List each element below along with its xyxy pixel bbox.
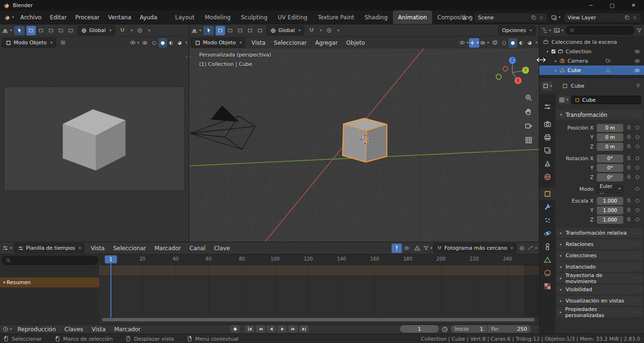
scene-selector[interactable]: Scene — [474, 13, 548, 23]
lock-icon[interactable] — [626, 155, 632, 161]
object-name-field[interactable]: Cube — [571, 96, 641, 104]
object-data-tab[interactable] — [539, 253, 555, 266]
transform-value-field[interactable]: 1.000 — [597, 216, 623, 224]
orientation-dropdown[interactable]: Global▾ — [77, 25, 115, 35]
workspace-tab-modeling[interactable]: Modeling — [200, 10, 236, 24]
select-mode-intersect[interactable] — [255, 26, 265, 35]
hide-toggle-eye-icon[interactable] — [634, 67, 640, 74]
xray-toggle[interactable] — [140, 38, 150, 48]
lock-icon[interactable] — [626, 143, 632, 149]
jump-last-button[interactable] — [299, 325, 309, 333]
onion-skin-toggle[interactable] — [402, 244, 412, 253]
collapsed-menus-button[interactable] — [58, 38, 68, 48]
modifiers-tab[interactable] — [539, 201, 555, 213]
perspective-toggle-icon[interactable] — [525, 136, 533, 144]
frame-end-field[interactable]: Fin 250 — [487, 325, 531, 333]
keyframe-region[interactable]: 20406080100120140160180200220240 1 — [99, 254, 539, 324]
texture-tab[interactable] — [539, 280, 555, 292]
workspace-tab-sculpting[interactable]: Sculpting — [236, 10, 273, 24]
expand-arrow-icon[interactable]: ▾ — [545, 49, 550, 54]
editor-type-button[interactable]: ▾ — [2, 325, 12, 334]
close-button[interactable]: ✕ — [623, 0, 644, 10]
active-tool-button[interactable] — [14, 26, 25, 35]
rotation-mode-dropdown[interactable]: Euler ...▾ — [597, 185, 623, 193]
section-transformación-relativa[interactable]: ▸Transformación relativa···· — [556, 228, 643, 238]
shading-material-button[interactable]: ◐ — [167, 38, 176, 48]
select-mode-new[interactable] — [26, 26, 36, 35]
prev-keyframe-button[interactable] — [256, 325, 265, 333]
unlink-scene-icon[interactable] — [539, 15, 544, 20]
animate-dot[interactable] — [636, 145, 639, 148]
remove-view-layer-icon[interactable] — [632, 15, 637, 20]
navigation-gizmo[interactable]: Z Y X — [496, 51, 529, 84]
viewport-menu-vista[interactable]: Vista — [247, 37, 270, 49]
camera-view-icon[interactable] — [525, 122, 533, 130]
channel-search-input[interactable] — [2, 256, 98, 265]
physics-tab[interactable] — [539, 227, 555, 239]
animate-dot[interactable] — [636, 166, 639, 170]
select-mode-new[interactable] — [216, 26, 225, 35]
playhead-sync-toggle[interactable] — [392, 244, 402, 253]
only-errors-toggle[interactable] — [412, 244, 423, 253]
panel-drag-handle[interactable]: ···· — [633, 253, 641, 258]
gizmos-dropdown[interactable]: ▾ — [469, 38, 479, 48]
app-menu-button[interactable]: ▾ — [2, 13, 16, 22]
visibility-dropdown[interactable]: ▾ — [459, 38, 469, 48]
timeline-menu-reproducción[interactable]: Reproducción — [13, 325, 60, 334]
transform-value-field[interactable]: 1.000 — [597, 206, 623, 214]
section-propiedades-personalizadas[interactable]: ▸Propiedades personalizadas···· — [556, 307, 643, 317]
workspace-tab-layout[interactable]: Layout — [170, 10, 200, 24]
animate-dot[interactable] — [636, 175, 639, 179]
shading-material-button[interactable]: ◐ — [517, 38, 526, 48]
zoom-icon[interactable] — [525, 94, 533, 102]
transform-value-field[interactable]: 0 m — [597, 143, 623, 151]
view-layer-tab[interactable] — [539, 144, 555, 156]
lock-icon[interactable] — [626, 124, 632, 130]
camera-object[interactable] — [190, 106, 255, 149]
filter-icon[interactable] — [636, 28, 642, 33]
viewport-camera[interactable]: ▾ Global▾ ▾ ▾ Modo Objeto▾ ▾ ○●◐◕ ▾ — [0, 24, 189, 242]
select-mode-invert[interactable] — [245, 26, 255, 35]
use-preview-range-icon[interactable] — [442, 326, 448, 333]
workspace-tab-texture-paint[interactable]: Texture Paint — [312, 10, 359, 24]
constraints-tab[interactable] — [539, 240, 555, 253]
gizmo-axis-neg-x[interactable] — [503, 66, 508, 71]
menu-ventana[interactable]: Ventana — [104, 10, 135, 24]
animate-dot[interactable] — [636, 199, 639, 203]
proportional-options-chevron[interactable]: ▾ — [148, 29, 150, 33]
shading-wireframe-button[interactable]: ○ — [150, 38, 159, 48]
snap-options-chevron[interactable]: ▾ — [320, 29, 322, 33]
section-relaciones[interactable]: ▸Relaciones···· — [556, 239, 643, 249]
select-mode-extend[interactable] — [36, 26, 46, 35]
timeline-menu-vista[interactable]: Vista — [87, 325, 110, 334]
timeline-ruler[interactable]: 20406080100120140160180200220240 — [99, 254, 539, 265]
playhead-frame-badge[interactable]: 1 — [105, 255, 117, 263]
object-tab[interactable] — [539, 188, 555, 200]
timeline-menu-claves[interactable]: Claves — [60, 325, 88, 334]
camera-viewport-canvas[interactable] — [0, 49, 189, 242]
record-button[interactable] — [230, 325, 240, 333]
lock-icon[interactable] — [626, 207, 632, 212]
cube-object[interactable] — [343, 118, 387, 162]
panel-drag-handle[interactable]: ···· — [633, 298, 641, 303]
scene-browse-button[interactable]: ▾ — [461, 13, 471, 22]
next-keyframe-button[interactable] — [288, 325, 298, 333]
outliner-row-collection[interactable]: ▾Collection — [539, 47, 644, 56]
workspace-tab-shading[interactable]: Shading — [360, 10, 393, 24]
timeline-menu-marcador[interactable]: Marcador — [110, 325, 145, 334]
viewport-canvas[interactable]: Personalizada (perspectiva) (1) Collecti… — [189, 49, 539, 242]
transform-value-field[interactable]: 0° — [597, 164, 623, 172]
lock-icon[interactable] — [626, 197, 632, 203]
shading-options-chevron[interactable]: ▾ — [535, 41, 537, 45]
viewport-menu-objeto[interactable]: Objeto — [342, 37, 369, 49]
horizontal-scrollbar[interactable] — [102, 318, 535, 321]
dope-sheet-mode-dropdown[interactable]: Planilla de tiempos▾ — [14, 243, 84, 253]
panel-drag-handle[interactable]: ···· — [633, 230, 641, 236]
shading-options-chevron[interactable]: ▾ — [185, 41, 187, 45]
menu-procesar[interactable]: Procesar — [71, 10, 104, 24]
editor-type-button[interactable]: ▾ — [541, 26, 552, 35]
animate-dot[interactable] — [636, 218, 639, 221]
panel-drag-handle[interactable]: ···· — [633, 242, 641, 247]
panel-drag-handle[interactable]: ···· — [633, 112, 641, 117]
scene-tab[interactable] — [539, 157, 555, 170]
